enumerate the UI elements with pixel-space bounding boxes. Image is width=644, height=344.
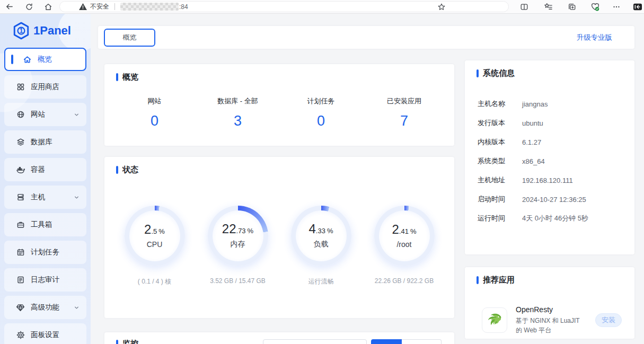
info-row-distro: 发行版本ubuntu	[478, 113, 634, 133]
stat-value-link[interactable]: 0	[113, 113, 196, 129]
sidebar-item-database[interactable]: 数据库	[4, 130, 86, 154]
url-port: :84	[179, 3, 188, 11]
upgrade-pro-link[interactable]: 升级专业版	[577, 33, 613, 42]
globe-icon	[16, 110, 25, 119]
info-row-hostname: 主机名称jiangnas	[478, 94, 634, 113]
title-accent-bar	[477, 69, 479, 77]
refresh-icon[interactable]	[23, 1, 35, 13]
gauge-load: 4.33% 负载 运行流畅	[279, 206, 363, 286]
toolbox-icon	[16, 220, 25, 230]
info-row-arch: 系统类型x86_64	[478, 152, 634, 171]
server-icon	[16, 193, 25, 202]
selected-indicator-bar	[11, 55, 13, 64]
info-row-uptime: 运行时间4天 0小时 46分钟 5秒	[478, 209, 634, 228]
segment-button[interactable]	[402, 339, 442, 344]
overview-stats: 网站 0 数据库 - 全部 3 计划任务 0 已安装应用 7	[104, 96, 454, 129]
stat-databases: 数据库 - 全部 3	[196, 96, 279, 129]
logo-hexagon-icon: 1	[13, 22, 30, 40]
sidebar-item-label: 主机	[31, 192, 45, 202]
sidebar-item-label: 日志审计	[31, 275, 59, 285]
sidebar-item-website[interactable]: 网站	[4, 103, 86, 126]
logo-text: 1Panel	[33, 24, 71, 38]
browser-toolbar: 不安全 :84	[0, 0, 644, 14]
stat-value-link[interactable]: 3	[196, 113, 279, 129]
favorite-star-icon[interactable]	[436, 1, 447, 13]
sidebar-item-container[interactable]: 容器	[4, 158, 86, 181]
chevron-down-icon	[74, 195, 80, 200]
sidebar-item-logs[interactable]: 日志审计	[4, 268, 86, 292]
home-browser-icon[interactable]	[42, 1, 54, 13]
openresty-logo-icon	[482, 307, 507, 333]
split-screen-icon[interactable]	[518, 1, 530, 13]
chevron-down-icon	[74, 112, 80, 118]
back-icon[interactable]	[3, 1, 15, 13]
system-info-rows: 主机名称jiangnas 发行版本ubuntu 内核版本6.1.27 系统类型x…	[465, 94, 634, 228]
monitor-range-select[interactable]	[263, 339, 367, 344]
more-options-icon[interactable]	[611, 1, 622, 13]
title-accent-bar	[477, 276, 479, 284]
sidebar-item-label: 计划任务	[31, 248, 59, 257]
sidebar: 1 1Panel 概览 应用商店 网站 数据库	[0, 14, 91, 344]
sidebar-item-label: 工具箱	[31, 220, 52, 230]
stat-value-link[interactable]: 0	[279, 113, 363, 129]
screen: 不安全 :84 1 1Panel	[0, 0, 644, 344]
not-secure-warning-icon	[79, 3, 87, 10]
stat-value-link[interactable]: 7	[363, 113, 446, 129]
gem-icon	[16, 303, 25, 312]
stat-installed-apps: 已安装应用 7	[363, 96, 446, 129]
sidebar-item-settings[interactable]: 面板设置	[4, 323, 86, 344]
url-redacted-mosaic	[120, 3, 179, 11]
status-gauges: 2.5% CPU ( 0.1 / 4 ) 核 22.73% 内存 3.52 GB…	[104, 206, 454, 286]
log-document-icon	[16, 276, 25, 285]
sidebar-item-advanced[interactable]: 高级功能	[4, 296, 86, 319]
memory-gauge-ring: 22.73% 内存	[208, 206, 268, 266]
sidebar-item-label: 概览	[38, 55, 52, 64]
security-label[interactable]: 不安全	[90, 2, 109, 11]
gear-icon	[16, 331, 25, 340]
recommended-apps-title: 推荐应用	[465, 267, 634, 285]
gauge-root-disk: 2.41% /root 22.26 GB / 922.2 GB	[363, 206, 446, 286]
gauge-cpu: 2.5% CPU ( 0.1 / 4 ) 核	[113, 206, 196, 286]
info-row-host-address: 主机地址192.168.120.111	[478, 171, 634, 190]
sidebar-item-label: 高级功能	[31, 303, 59, 312]
info-row-kernel: 内核版本6.1.27	[478, 133, 634, 152]
cpu-gauge-ring: 2.5% CPU	[125, 206, 185, 266]
favorites-list-icon[interactable]	[542, 1, 554, 13]
status-card-title: 状态	[104, 157, 454, 175]
docker-whale-icon	[16, 165, 25, 174]
overview-card: 概览 网站 0 数据库 - 全部 3 计划任务 0 已安装应用 7	[104, 64, 454, 146]
root-disk-gauge-ring: 2.41% /root	[374, 206, 435, 266]
system-info-card: 系统信息 主机名称jiangnas 发行版本ubuntu 内核版本6.1.27 …	[465, 60, 634, 254]
sidebar-item-toolbox[interactable]: 工具箱	[4, 213, 86, 236]
sidebar-item-appstore[interactable]: 应用商店	[4, 75, 86, 99]
appstore-grid-icon	[16, 83, 25, 92]
app-row-openresty: OpenResty 基于 NGINX 和 LuaJIT 的 Web 平台 安装	[482, 305, 622, 335]
system-info-title: 系统信息	[465, 60, 634, 78]
app-name[interactable]: OpenResty	[516, 305, 584, 314]
sidebar-item-overview[interactable]: 概览	[4, 48, 86, 71]
collections-add-icon[interactable]	[566, 1, 578, 13]
gauge-memory: 22.73% 内存 3.52 GB / 15.47 GB	[196, 206, 279, 286]
address-separator	[114, 3, 115, 10]
segment-active-button[interactable]	[371, 339, 402, 344]
svg-text:1: 1	[20, 27, 23, 34]
chevron-down-icon	[74, 305, 80, 311]
page-header: 概览 升级专业版	[98, 26, 634, 49]
browser-essentials-icon[interactable]	[589, 1, 601, 13]
sidebar-item-cronjob[interactable]: 计划任务	[4, 241, 86, 264]
install-button[interactable]: 安装	[595, 313, 622, 327]
calendar-icon	[16, 248, 25, 257]
app-logo[interactable]: 1 1Panel	[0, 14, 91, 40]
sidebar-toggle-icon[interactable]	[632, 1, 643, 13]
stat-websites: 网站 0	[113, 96, 196, 129]
recommended-apps-card: 推荐应用 OpenResty 基于 NGINX 和 LuaJIT 的 Web 平…	[465, 267, 634, 339]
monitor-card: 监控	[104, 332, 454, 344]
title-accent-bar	[116, 166, 118, 174]
title-accent-bar	[116, 340, 118, 344]
overview-card-title: 概览	[104, 64, 454, 82]
load-gauge-ring: 4.33% 负载	[291, 206, 351, 266]
sidebar-nav: 概览 应用商店 网站 数据库 容器 主机	[0, 48, 91, 344]
tab-overview[interactable]: 概览	[104, 29, 155, 47]
sidebar-item-host[interactable]: 主机	[4, 186, 86, 209]
status-card: 状态 2.5% CPU ( 0.1 / 4 ) 核 22.73% 内存	[104, 157, 454, 318]
